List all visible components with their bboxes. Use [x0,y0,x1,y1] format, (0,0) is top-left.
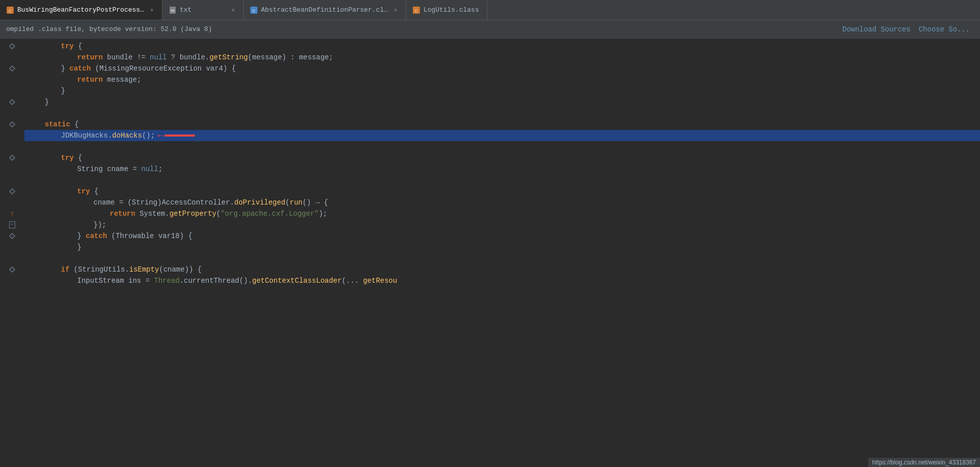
code-line-8: static { [24,119,980,130]
gutter-icon-1 [8,41,16,52]
download-sources-button[interactable]: Download Sources [838,23,914,36]
svg-marker-12 [10,155,15,160]
code-line-9: JDKBugHacks.doHacks();← [24,130,980,141]
tab-icon-abstract: C [250,6,258,14]
code-line-11: try { [24,152,980,163]
gutter-icon-22 [8,275,16,286]
gutter-icon-12 [8,163,16,175]
gutter-icon-21 [8,264,16,275]
code-line-16: return System.getProperty("org.apache.cx… [24,208,980,219]
tab-bus[interactable]: C BusWiringBeanFactoryPostProcessor.clas… [0,0,162,20]
gutter-icon-5 [8,85,16,96]
gutter-icon-3 [8,63,16,74]
tab-icon-logutils: C [412,6,420,14]
tab-abstract[interactable]: C AbstractBeanDefinitionParser.class ✕ [244,0,406,20]
code-line-1: try { [24,41,980,52]
code-line-22: InputStream ins = Thread.currentThread()… [24,275,980,286]
code-line-3: } catch (MissingResourceException var4) … [24,63,980,74]
code-line-17: }); [24,219,980,230]
status-url: https://blog.csdn.net/weixin_43318367 [872,459,976,466]
choose-sources-button[interactable]: Choose So... [914,23,974,36]
code-line-15: cname = (String)AccessController.doPrivi… [24,197,980,208]
code-line-19: } [24,242,980,253]
svg-text:C: C [415,9,418,13]
svg-marker-11 [10,122,15,127]
tab-txt[interactable]: txt txt ✕ [162,0,244,20]
svg-marker-15 [10,267,15,272]
code-line-14: try { [24,186,980,197]
code-line-5: } [24,85,980,96]
gutter-icon-7 [8,108,16,119]
gutter-icon-13 [8,175,16,186]
tab-label-abstract: AbstractBeanDefinitionParser.class [261,6,388,14]
tab-label-txt: txt [180,6,226,14]
svg-text:C: C [252,9,255,13]
status-bar: https://blog.csdn.net/weixin_43318367 [868,458,980,467]
tab-close-txt[interactable]: ✕ [229,6,237,14]
gutter-icon-2 [8,52,16,63]
tab-close-abstract[interactable]: ✕ [391,6,400,14]
gutter-icon-9 [8,130,16,141]
code-line-13 [24,175,980,186]
info-actions: Download Sources Choose So... [838,23,974,36]
gutter-icon-6 [8,96,16,108]
gutter-icon-10 [8,141,16,152]
tab-label-bus: BusWiringBeanFactoryPostProcessor.class [17,6,145,14]
gutter-icon-17: + [8,219,16,230]
gutter-icon-19 [8,242,16,253]
info-bar-text: ompiled .class file, bytecode version: 5… [6,25,212,33]
tab-close-bus[interactable]: ✕ [148,6,156,14]
code-line-12: String cname = null; [24,163,980,175]
svg-marker-10 [10,99,15,105]
code-line-2: return bundle != null ? bundle.getString… [24,52,980,63]
gutter-icon-14 [8,186,16,197]
tab-label-logutils: LogUtils.class [423,6,481,14]
code-line-21: if (StringUtils.isEmpty(cname)) { [24,264,980,275]
code-content[interactable]: try {return bundle != null ? bundle.getS… [24,39,980,467]
svg-marker-8 [10,44,15,49]
gutter: ↑+ [0,39,24,467]
gutter-icon-4 [8,74,16,85]
svg-text:C: C [9,9,12,13]
svg-marker-13 [10,189,15,194]
gutter-icon-8 [8,119,16,130]
gutter-icon-20 [8,253,16,264]
gutter-icon-15 [8,197,16,208]
tab-logutils[interactable]: C LogUtils.class [406,0,487,20]
code-line-10 [24,141,980,152]
svg-marker-9 [10,66,15,71]
tab-icon-txt: txt [169,6,177,14]
gutter-icon-11 [8,152,16,163]
editor-area: ↑+ try {return bundle != null ? bundle.g… [0,39,980,467]
svg-text:txt: txt [171,9,174,12]
info-bar: ompiled .class file, bytecode version: 5… [0,20,980,39]
code-line-18: } catch (Throwable var18) { [24,230,980,242]
gutter-icon-16: ↑ [8,208,16,219]
tab-bar: C BusWiringBeanFactoryPostProcessor.clas… [0,0,980,20]
code-line-6: } [24,96,980,108]
code-line-7 [24,108,980,119]
code-line-4: return message; [24,74,980,85]
code-line-20 [24,253,980,264]
svg-marker-14 [10,234,15,239]
tab-icon-bus: C [6,6,14,14]
gutter-icon-18 [8,230,16,242]
